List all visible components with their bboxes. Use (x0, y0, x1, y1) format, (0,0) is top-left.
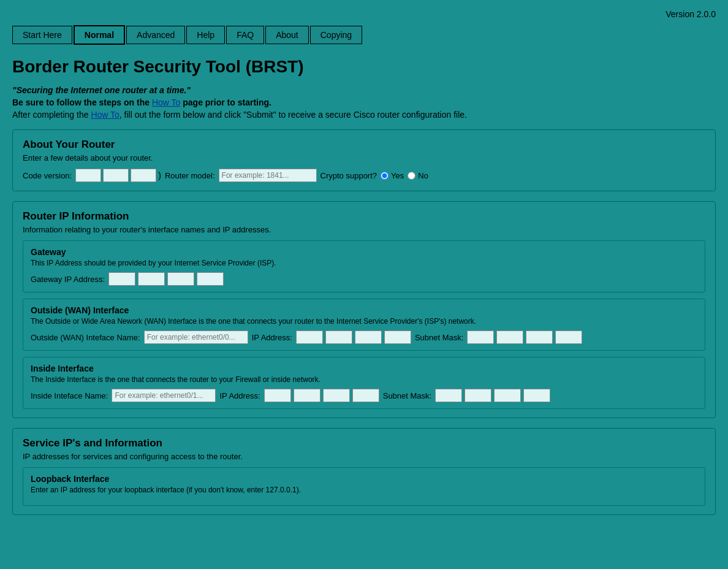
inside-name-input[interactable] (112, 389, 216, 402)
crypto-no-label: No (418, 171, 428, 180)
tab-advanced[interactable]: Advanced (126, 26, 185, 44)
inside-title: Inside Interface (31, 364, 697, 373)
wan-subnet-octet-4[interactable] (555, 330, 582, 344)
wan-title: Outside (WAN) Interface (31, 305, 697, 315)
crypto-yes-group: Yes (381, 171, 404, 180)
service-ip-desc: IP addresses for services and configurin… (23, 452, 705, 461)
loopback-desc: Enter an IP address for your loopback in… (31, 486, 697, 494)
about-router-panel: About Your Router Enter a few details ab… (12, 129, 716, 191)
about-router-form: Code version: ) Router model: Crypto sup… (23, 169, 705, 182)
tab-help[interactable]: Help (186, 26, 225, 44)
howto-link-1[interactable]: How To (152, 97, 180, 107)
gateway-title: Gateway (31, 247, 697, 257)
gateway-form: Gateway IP Address: (31, 272, 697, 286)
service-ip-title: Service IP's and Information (23, 437, 705, 449)
tab-bar: Start Here Normal Advanced Help FAQ Abou… (12, 25, 716, 45)
gateway-ip-octet-3[interactable] (167, 272, 194, 286)
wan-subnet-octet-1[interactable] (467, 330, 494, 344)
service-ip-panel: Service IP's and Information IP addresse… (12, 428, 716, 515)
wan-subnet-octet-2[interactable] (496, 330, 523, 344)
inside-name-label: Inside Inteface Name: (31, 391, 108, 400)
inside-subnet-octet-1[interactable] (435, 389, 462, 402)
page-title: Border Router Security Tool (BRST) (12, 57, 716, 77)
inside-form: Inside Inteface Name: IP Address: Subnet… (31, 389, 697, 402)
inside-ip-octet-4[interactable] (352, 389, 379, 402)
inside-desc: The Inside Interface is the one that con… (31, 375, 697, 384)
inside-subnet-label: Subnet Mask: (383, 391, 432, 400)
wan-subnet-label: Subnet Mask: (415, 333, 464, 342)
wan-name-input[interactable] (144, 330, 248, 344)
wan-desc: The Outside or Wide Area Nework (WAN) In… (31, 317, 697, 326)
router-model-label: Router model: (165, 171, 215, 180)
crypto-yes-label: Yes (391, 171, 404, 180)
inside-ip-group (264, 389, 379, 402)
inside-subnet-group (435, 389, 550, 402)
gateway-ip-label: Gateway IP Address: (31, 275, 105, 284)
version-text: Version 2.0.0 (12, 9, 716, 19)
tab-copying[interactable]: Copying (310, 26, 362, 44)
router-ip-title: Router IP Information (23, 210, 705, 223)
wan-ip-octet-1[interactable] (296, 330, 323, 344)
inside-ip-octet-1[interactable] (264, 389, 291, 402)
wan-ip-label: IP Address: (252, 333, 292, 342)
code-version-label: Code version: (23, 171, 72, 180)
crypto-yes-radio[interactable] (381, 172, 389, 180)
about-router-title: About Your Router (23, 139, 705, 151)
wan-ip-octet-4[interactable] (384, 330, 411, 344)
tagline: "Securing the Internet one router at a t… (12, 85, 716, 95)
gateway-desc: This IP Address should be provided by yo… (31, 259, 697, 267)
loopback-panel: Loopback Interface Enter an IP address f… (23, 467, 705, 506)
wan-panel: Outside (WAN) Interface The Outside or W… (23, 299, 705, 351)
code-version-field-3[interactable] (131, 169, 156, 182)
code-version-field-1[interactable] (75, 169, 101, 182)
gateway-panel: Gateway This IP Address should be provid… (23, 240, 705, 292)
inside-subnet-octet-3[interactable] (494, 389, 521, 402)
tab-normal[interactable]: Normal (74, 25, 125, 45)
gateway-ip-group (108, 272, 224, 286)
router-ip-panel: Router IP Information Information relati… (12, 201, 716, 418)
tab-about[interactable]: About (265, 26, 309, 44)
router-model-input[interactable] (219, 169, 317, 182)
wan-name-label: Outside (WAN) Inteface Name: (31, 333, 140, 342)
inside-subnet-octet-4[interactable] (523, 389, 550, 402)
gateway-ip-octet-2[interactable] (138, 272, 165, 286)
crypto-label: Crypto support? (320, 171, 377, 180)
crypto-no-group: No (408, 171, 428, 180)
wan-subnet-group (467, 330, 582, 344)
intro-line2: Be sure to follow the steps on the How T… (12, 97, 716, 107)
inside-panel: Inside Interface The Inside Interface is… (23, 357, 705, 409)
inside-ip-octet-3[interactable] (323, 389, 350, 402)
tab-start-here[interactable]: Start Here (12, 26, 72, 44)
gateway-ip-octet-4[interactable] (197, 272, 224, 286)
crypto-no-radio[interactable] (408, 172, 415, 180)
code-version-paren: ) (158, 170, 161, 180)
wan-ip-octet-2[interactable] (325, 330, 352, 344)
wan-subnet-octet-3[interactable] (526, 330, 553, 344)
wan-ip-group (296, 330, 411, 344)
wan-form: Outside (WAN) Inteface Name: IP Address:… (31, 330, 697, 344)
inside-ip-label: IP Address: (219, 391, 260, 400)
inside-subnet-octet-2[interactable] (464, 389, 491, 402)
tab-faq[interactable]: FAQ (226, 26, 264, 44)
code-version-group: ) (75, 169, 161, 182)
loopback-title: Loopback Interface (31, 474, 697, 484)
inside-ip-octet-2[interactable] (294, 389, 320, 402)
howto-link-2[interactable]: How To (91, 110, 119, 120)
wan-ip-octet-3[interactable] (355, 330, 382, 344)
gateway-ip-octet-1[interactable] (108, 272, 135, 286)
about-router-desc: Enter a few details about your router. (23, 153, 705, 162)
code-version-field-2[interactable] (103, 169, 129, 182)
router-ip-desc: Information relating to your router's in… (23, 225, 705, 234)
intro-line3: After completing the How To, fill out th… (12, 110, 716, 120)
